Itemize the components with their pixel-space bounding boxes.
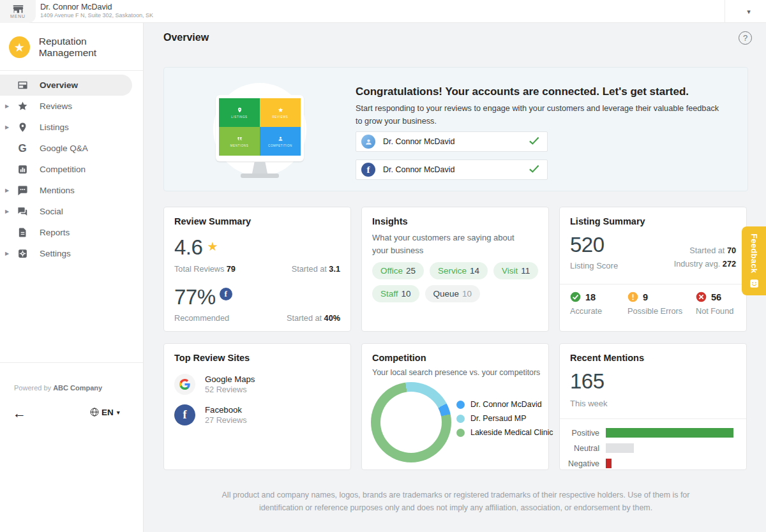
google-icon (174, 374, 195, 395)
google-g-icon: G (16, 142, 29, 155)
quote-icon (237, 136, 243, 143)
insight-tag-staff[interactable]: Staff10 (372, 285, 419, 302)
facebook-icon: f (220, 288, 232, 300)
recommended-percent: 77% (174, 285, 216, 309)
question-mark-icon: ? (743, 33, 747, 43)
insight-tag-visit[interactable]: Visit11 (493, 262, 538, 279)
legend-dot (456, 401, 465, 409)
chevron-right-icon: ▶ (0, 188, 14, 193)
account-caret-button[interactable]: ▾ (739, 0, 758, 23)
site-facebook[interactable]: f Facebook 27 Reviews (174, 404, 247, 425)
powered-by-company: ABC Company (53, 384, 102, 392)
warning-circle-icon (627, 292, 638, 302)
insight-tag-service[interactable]: Service14 (430, 262, 488, 279)
check-icon (529, 164, 539, 175)
sidebar: ★ Reputation Management Overview ▶ Revie… (0, 23, 144, 532)
card-divider (560, 284, 746, 284)
mentions-count: 165 (570, 369, 605, 394)
facebook-icon: f (174, 404, 195, 425)
person-icon (278, 136, 283, 143)
insights-subtitle: What your customers are saying about you… (372, 232, 522, 256)
monitor-base (241, 174, 279, 178)
chevron-right-icon: ▶ (0, 209, 14, 214)
page-title: Overview (163, 32, 209, 43)
legend-item: Lakeside Medical Clinic (456, 428, 553, 437)
sidebar-item-social[interactable]: ▶ Social (0, 201, 143, 222)
menu-label: MENU (10, 14, 26, 18)
banner-title: Congratulations! Your accounts are conne… (356, 85, 689, 98)
sidebar-item-settings[interactable]: ▶ Settings (0, 243, 143, 264)
help-button[interactable]: ? (739, 31, 752, 45)
check-icon (529, 136, 539, 147)
review-summary-card: Review Summary 4.6 ★ Total Reviews 79 St… (163, 207, 351, 332)
sentiment-row-positive: Positive (560, 427, 746, 439)
chat-bubbles-icon (16, 205, 29, 218)
chevron-right-icon: ▶ (0, 124, 14, 130)
stat-not-found: 56 Not Found (696, 292, 733, 316)
sentiment-row-negative: Negative (560, 457, 746, 469)
legend-dot (456, 415, 465, 423)
monitor-tile-listings: LISTINGS (219, 98, 260, 127)
insights-card: Insights What your customers are saying … (361, 207, 549, 332)
monitor-tile-mentions: MENTIONS (219, 127, 260, 156)
business-address: 1409 Avenue F N, Suite 302, Saskatoon, S… (40, 12, 153, 18)
monitor-illustration: LISTINGS REVIEWS MENTIONS COMPETITION (216, 95, 304, 161)
sidebar-item-competition[interactable]: Competition (0, 159, 143, 180)
site-google-maps[interactable]: Google Maps 52 Reviews (174, 374, 255, 395)
business-switcher[interactable]: Dr. Connor McDavid 1409 Avenue F N, Suit… (40, 3, 153, 18)
chevron-right-icon: ▶ (0, 103, 14, 109)
dashboard-icon (16, 79, 29, 92)
listing-score-label: Listing Score (570, 261, 618, 270)
sidebar-item-reports[interactable]: Reports (0, 222, 143, 243)
chevron-right-icon: ▶ (0, 251, 14, 256)
app-logo: ★ (9, 36, 30, 58)
feedback-tab[interactable]: Feedback (742, 226, 766, 295)
star-icon: ★ (207, 239, 218, 254)
average-rating: 4.6 (174, 235, 202, 260)
error-circle-icon (696, 292, 707, 302)
back-arrow-button[interactable]: ← (13, 406, 26, 420)
main-content: Overview ? LISTINGS REVIEWS MENTIONS (144, 23, 766, 532)
top-bar: MENU Dr. Connor McDavid 1409 Avenue F N,… (0, 0, 766, 23)
stat-accurate: 18 Accurate (570, 292, 602, 316)
stat-possible-errors: 9 Possible Errors (627, 292, 682, 316)
caret-down-icon: ▾ (747, 8, 751, 16)
connected-account-facebook[interactable]: f Dr. Connor McDavid (356, 159, 548, 180)
positive-bar (606, 428, 733, 438)
check-circle-icon (570, 292, 581, 302)
insight-tag-queue[interactable]: Queue10 (425, 285, 481, 302)
card-divider (560, 418, 746, 419)
listing-score: 520 (570, 233, 605, 257)
competition-card: Competition Your local search presence v… (361, 343, 549, 470)
footer-disclaimer: All product and company names, logos, br… (163, 489, 748, 515)
sidebar-item-overview[interactable]: Overview (0, 75, 132, 96)
storefront-icon (13, 5, 24, 13)
legend-item: Dr. Persaud MP (456, 414, 553, 423)
legend-item: Dr. Connor McDavid (456, 400, 553, 409)
gear-icon (16, 248, 29, 260)
connected-account-google[interactable]: Dr. Connor McDavid (356, 131, 548, 152)
menu-button[interactable]: MENU (0, 0, 36, 23)
sidebar-item-mentions[interactable]: ▶ Mentions (0, 180, 143, 201)
insight-tags: Office25 Service14 Visit11 Staff10 Queue… (372, 262, 539, 302)
smiley-icon (749, 279, 759, 288)
account-name: Dr. Connor McDavid (383, 165, 455, 174)
insight-tag-office[interactable]: Office25 (372, 262, 424, 279)
sidebar-item-reviews[interactable]: ▶ Reviews (0, 96, 143, 117)
monitor-stand (252, 162, 267, 174)
location-pin-icon (16, 121, 29, 134)
welcome-banner: LISTINGS REVIEWS MENTIONS COMPETITION Co… (163, 67, 748, 191)
sidebar-item-listings[interactable]: ▶ Listings (0, 117, 143, 138)
sentiment-row-neutral: Neutral (560, 442, 746, 454)
legend-dot (456, 429, 465, 437)
topbar-divider (725, 0, 725, 23)
language-selector[interactable]: EN ▾ (89, 407, 120, 417)
monitor-tile-reviews: REVIEWS (260, 98, 301, 127)
sidebar-item-google-qa[interactable]: G Google Q&A (0, 138, 143, 159)
google-business-avatar (361, 135, 375, 149)
powered-by: Powered by ABC Company (14, 384, 102, 392)
negative-bar (606, 459, 612, 468)
sentiment-bars: Positive Neutral Negative (560, 427, 746, 473)
star-icon (278, 107, 283, 114)
recent-mentions-card: Recent Mentions 165 This week Positive N… (559, 343, 747, 470)
